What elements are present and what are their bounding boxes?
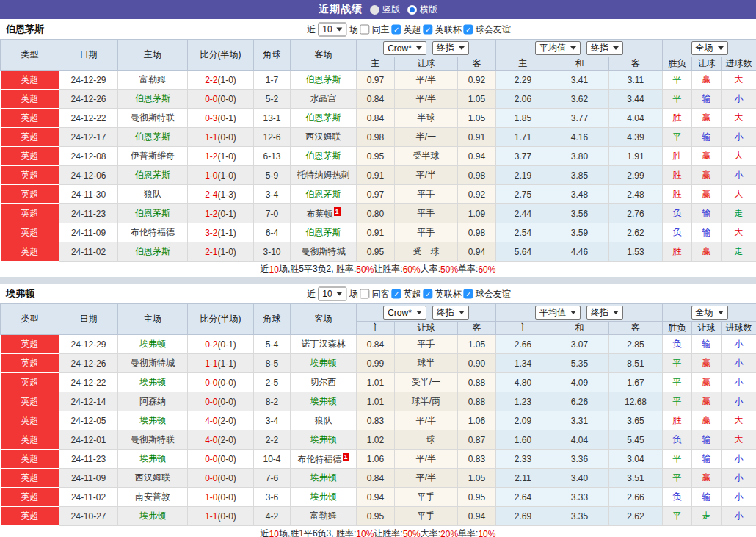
horizontal-radio-icon[interactable]	[407, 5, 417, 15]
match-date: 24-12-17	[59, 128, 118, 147]
result-1: 赢	[692, 185, 722, 204]
vertical-radio-label: 竖版	[382, 4, 400, 16]
handicap-odds-2: 0.98	[458, 223, 496, 242]
home-team-cell: 曼彻斯特城	[118, 354, 188, 373]
corner-cell: 12-6	[254, 128, 291, 147]
result-1: 输	[692, 128, 722, 147]
horizontal-layout-option[interactable]: 横版	[407, 4, 437, 16]
avg-odds-1: 3.35	[550, 507, 609, 526]
corner-cell: 5-2	[254, 90, 291, 109]
result-0: 负	[663, 204, 692, 223]
away-team-name: 布伦特福德	[298, 454, 342, 464]
handicap-odds-0: 0.95	[357, 507, 395, 526]
result-0: 胜	[663, 166, 692, 185]
average-select[interactable]: 平均值	[535, 41, 581, 55]
summary-row-away: 近10场,胜1平6负3, 胜率:10% 让胜率:50% 大率:20% 单率:10…	[0, 526, 756, 537]
league-label-friendly: 球会友谊	[476, 23, 511, 35]
filter-bar: 近 10 场 同客 ✓ 英超 ✓ 英联杯 ✓ 球会友谊	[307, 286, 510, 300]
match-date: 24-12-26	[59, 90, 118, 109]
scope-select[interactable]: 全场	[691, 41, 728, 55]
home-team-cell: 埃弗顿	[118, 373, 188, 392]
match-count-select[interactable]: 10	[318, 286, 346, 300]
final-odds-select-2[interactable]: 终指	[586, 41, 623, 55]
handicap-odds-2: 1.05	[458, 469, 496, 488]
home-team-cell: 埃弗顿	[118, 507, 188, 526]
league-badge: 英超	[1, 71, 59, 90]
sub-home-odds: 主	[357, 57, 395, 71]
team-name: 伯恩茅斯	[6, 23, 44, 36]
scope-select-group: 全场	[663, 40, 756, 57]
avg-odds-0: 2.09	[496, 411, 550, 430]
vertical-radio-icon[interactable]	[370, 5, 379, 15]
match-row: 英超24-12-05埃弗顿4-0(2-0)3-4狼队0.83平/半1.062.0…	[1, 411, 756, 430]
avg-odds-2: 3.65	[609, 411, 663, 430]
result-1: 输	[692, 335, 722, 354]
away-team-cell: 伯恩茅斯	[291, 223, 357, 242]
sub-handicap: 让球	[395, 322, 458, 335]
result-2: 大	[722, 109, 756, 128]
final-odds-select[interactable]: 终指	[432, 306, 469, 320]
score-cell: 1-1(1-1)	[188, 354, 254, 373]
avg-odds-2: 1.67	[609, 373, 663, 392]
league-badge: 英超	[1, 354, 59, 373]
result-1: 输	[692, 90, 722, 109]
league-checkbox-friendly[interactable]: ✓	[464, 24, 473, 34]
result-2: 大	[722, 147, 756, 166]
bookmaker-select[interactable]: Crow*	[383, 41, 426, 55]
matches-table-away: 类型 日期 主场 比分(半场) 角球 客场 Crow* 终指 平均值 终指	[0, 303, 756, 526]
avg-odds-1: 3.56	[550, 204, 609, 223]
section-header-away-team: 埃弗顿 近 10 场 同客 ✓ 英超 ✓ 英联杯 ✓ 球会友谊	[0, 284, 756, 303]
corner-cell: 7-0	[254, 204, 291, 223]
away-team-name: 曼彻斯特城	[302, 246, 346, 256]
result-0: 胜	[663, 411, 692, 430]
sub-handicap-result: 让球	[692, 322, 722, 335]
handicap-odds-0: 1.01	[357, 373, 395, 392]
away-team-name: 切尔西	[310, 377, 337, 387]
chevron-down-icon	[718, 311, 724, 314]
handicap-odds-1: 平/半	[395, 166, 458, 185]
away-team-name: 伯恩茅斯	[306, 112, 341, 123]
handicap-odds-2: 0.87	[458, 430, 496, 450]
handicap-odds-1: 平/半	[395, 469, 458, 488]
result-0: 平	[663, 90, 692, 109]
final-odds-select-2[interactable]: 终指	[586, 306, 623, 320]
league-checkbox-epl[interactable]: ✓	[392, 24, 401, 34]
near-label: 近	[307, 287, 316, 300]
sub-avg-away: 客	[609, 57, 663, 71]
result-0: 胜	[663, 185, 692, 204]
league-checkbox-efl-cup[interactable]: ✓	[424, 24, 433, 34]
match-count-select[interactable]: 10	[318, 22, 346, 36]
col-corner: 角球	[254, 304, 291, 335]
avg-odds-1: 3.36	[550, 450, 609, 469]
chevron-down-icon	[570, 46, 576, 50]
avg-odds-2: 1.53	[609, 242, 663, 262]
home-team-name: 富勒姆	[139, 74, 166, 84]
bookmaker-select[interactable]: Crow*	[383, 306, 426, 320]
vertical-layout-option[interactable]: 竖版	[370, 4, 400, 16]
home-team-name: 伯恩茅斯	[135, 208, 170, 218]
handicap-odds-2: 1.05	[458, 109, 496, 128]
result-0: 胜	[663, 109, 692, 128]
average-select[interactable]: 平均值	[535, 306, 581, 320]
handicap-odds-1: 平手	[395, 507, 458, 526]
final-odds-select[interactable]: 终指	[432, 41, 469, 55]
home-team-name: 伯恩茅斯	[135, 246, 170, 256]
league-checkbox-efl-cup[interactable]: ✓	[424, 289, 433, 298]
avg-odds-0: 4.80	[496, 373, 550, 392]
home-team-cell: 埃弗顿	[118, 335, 188, 354]
home-team-name: 埃弗顿	[139, 415, 166, 425]
handicap-odds-2: 0.91	[458, 128, 496, 147]
result-2: 大	[722, 430, 756, 450]
chevron-down-icon	[416, 311, 422, 314]
league-checkbox-epl[interactable]: ✓	[392, 289, 401, 298]
league-badge: 英超	[1, 90, 59, 109]
match-row: 英超24-11-30狼队2-4(1-3)3-4伯恩茅斯0.97平手0.922.7…	[1, 185, 756, 204]
away-team-name: 狼队	[315, 415, 332, 425]
avg-odds-1: 3.77	[550, 109, 609, 128]
match-row: 英超24-10-27埃弗顿1-1(0-0)4-2富勒姆0.95平手0.942.6…	[1, 507, 756, 526]
same-away-checkbox[interactable]	[360, 289, 370, 298]
same-home-checkbox[interactable]	[360, 24, 370, 34]
scope-select[interactable]: 全场	[691, 306, 728, 320]
league-checkbox-friendly[interactable]: ✓	[464, 289, 473, 298]
handicap-odds-1: 平手	[395, 204, 458, 223]
